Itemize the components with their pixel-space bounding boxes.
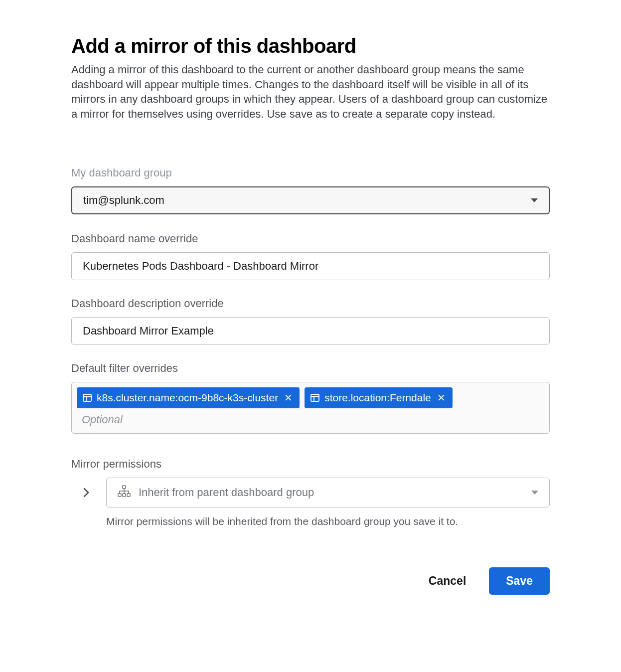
filter-chips-row: k8s.cluster.name:ocm-9b8c-k3s-cluster ✕ …	[77, 387, 544, 408]
filter-chip[interactable]: store.location:Ferndale ✕	[305, 387, 453, 408]
permissions-help-text: Mirror permissions will be inherited fro…	[106, 515, 550, 527]
filter-chip-text: store.location:Ferndale	[324, 392, 431, 404]
svg-rect-0	[83, 394, 91, 401]
cancel-button[interactable]: Cancel	[427, 569, 468, 593]
svg-rect-3	[311, 394, 319, 401]
filters-placeholder: Optional	[77, 408, 544, 430]
hierarchy-icon	[118, 485, 131, 500]
group-label: My dashboard group	[71, 167, 550, 179]
name-override-label: Dashboard name override	[71, 232, 550, 245]
svg-rect-7	[118, 494, 121, 497]
dialog-title: Add a mirror of this dashboard	[71, 35, 550, 57]
chevron-down-icon	[531, 198, 538, 202]
svg-rect-8	[123, 494, 126, 497]
chevron-down-icon	[531, 491, 538, 495]
filters-label: Default filter overrides	[71, 362, 550, 375]
filters-input[interactable]: k8s.cluster.name:ocm-9b8c-k3s-cluster ✕ …	[71, 382, 550, 434]
dialog-footer: Cancel Save	[71, 567, 550, 595]
save-button[interactable]: Save	[489, 567, 550, 595]
description-override-input[interactable]	[71, 317, 550, 345]
filter-chip-text: k8s.cluster.name:ocm-9b8c-k3s-cluster	[97, 392, 278, 404]
group-select-value: tim@splunk.com	[83, 194, 164, 207]
permissions-select-value: Inherit from parent dashboard group	[139, 486, 314, 499]
svg-rect-9	[127, 494, 130, 497]
dashboard-icon	[310, 393, 319, 402]
chevron-right-icon	[83, 487, 90, 498]
permissions-label: Mirror permissions	[71, 458, 550, 471]
dialog-description: Adding a mirror of this dashboard to the…	[71, 62, 550, 122]
group-select[interactable]: tim@splunk.com	[71, 186, 550, 214]
svg-rect-6	[123, 486, 126, 489]
dashboard-icon	[83, 393, 92, 402]
close-icon[interactable]: ✕	[283, 392, 294, 404]
permissions-select[interactable]: Inherit from parent dashboard group	[106, 478, 550, 507]
expand-toggle[interactable]	[80, 478, 92, 507]
filter-chip[interactable]: k8s.cluster.name:ocm-9b8c-k3s-cluster ✕	[77, 387, 300, 408]
close-icon[interactable]: ✕	[436, 392, 447, 404]
name-override-input[interactable]	[71, 252, 550, 280]
add-mirror-dialog: Add a mirror of this dashboard Adding a …	[46, 0, 575, 625]
description-override-label: Dashboard description override	[71, 297, 550, 310]
